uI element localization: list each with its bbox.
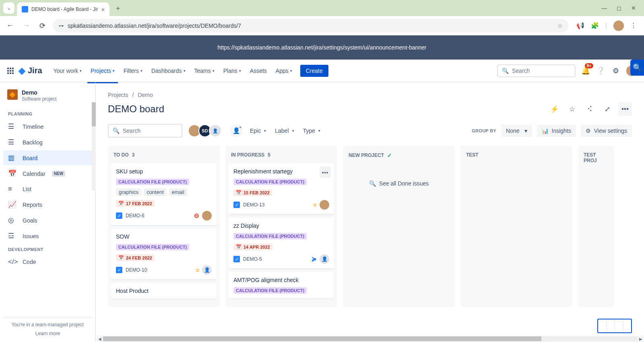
card-more-icon[interactable]: ••• xyxy=(320,167,331,178)
label-tag[interactable]: graphics xyxy=(116,188,141,196)
assignee-avatar[interactable]: 👤 xyxy=(320,254,329,264)
column-header[interactable]: TEST xyxy=(464,150,569,163)
create-button[interactable]: Create xyxy=(300,65,328,77)
scroll-right-icon[interactable]: ▶ xyxy=(638,337,644,341)
column-in-progress[interactable]: IN PROGRESS 5 ••• Replenishment startegy… xyxy=(225,146,337,307)
issue-key[interactable]: DEMO-5 xyxy=(243,256,262,262)
nav-teams[interactable]: Teams▾ xyxy=(191,65,218,76)
app-switcher-icon[interactable] xyxy=(7,68,14,74)
filter-type[interactable]: Type▾ xyxy=(301,125,322,136)
nav-projects[interactable]: Projects▾ xyxy=(87,65,118,76)
close-window-icon[interactable]: ✕ xyxy=(631,5,636,11)
automation-icon[interactable]: ⚡ xyxy=(547,102,561,116)
bookmark-star-icon[interactable]: ☆ xyxy=(557,23,563,29)
url-input[interactable]: ⊶ spkatlassiandemo.atlassian.net/jira/so… xyxy=(53,19,568,33)
column-header[interactable]: NEW PROJECT✓ xyxy=(346,150,452,164)
column-todo[interactable]: TO DO 3 SKU setup CALCULATION FILE (PROD… xyxy=(108,146,220,307)
column-new-project[interactable]: NEW PROJECT✓ 🔍See all Done issues xyxy=(343,146,455,307)
add-people-button[interactable]: 👤 xyxy=(230,124,243,137)
insights-button[interactable]: 📊Insights xyxy=(537,125,576,137)
fullscreen-icon[interactable]: ⤢ xyxy=(601,102,614,116)
board-search-input[interactable]: 🔍Search xyxy=(108,124,182,138)
sidebar-item-calendar[interactable]: 📅CalendarNEW xyxy=(3,166,92,181)
browser-menu-icon[interactable]: ⋮ xyxy=(630,22,637,29)
card-demo-5[interactable]: zz Display CALCULATION FILE (PRODUCT) 📅1… xyxy=(229,218,334,269)
nav-apps[interactable]: Apps▾ xyxy=(272,65,295,76)
column-header[interactable]: IN PROGRESS 5 xyxy=(229,150,334,163)
global-search-input[interactable]: 🔍 Search xyxy=(497,64,576,77)
browser-tab[interactable]: DEMO board - Agile Board - Jir × xyxy=(17,2,109,16)
nav-your-work[interactable]: Your work▾ xyxy=(50,65,85,76)
epic-lozenge[interactable]: CALCULATION FILE (PRODUCT) xyxy=(233,179,307,185)
nav-assets[interactable]: Assets xyxy=(247,65,270,76)
column-test-proj[interactable]: TEST PROJ xyxy=(578,146,614,307)
star-icon[interactable]: ☆ xyxy=(565,102,579,116)
sidebar-item-goals[interactable]: ◎Goals xyxy=(3,213,92,228)
share-icon[interactable]: ⠪ xyxy=(583,102,597,116)
forward-icon[interactable]: → xyxy=(21,21,31,30)
column-header[interactable]: TO DO 3 xyxy=(111,150,217,163)
epic-lozenge[interactable]: CALCULATION FILE (PRODUCT) xyxy=(116,244,189,250)
card-demo-10[interactable]: SOW CALCULATION FILE (PRODUCT) 📅24 FEB 2… xyxy=(111,229,217,280)
scrollbar-thumb[interactable] xyxy=(103,336,541,341)
close-tab-icon[interactable]: × xyxy=(101,6,105,13)
column-header[interactable]: TEST PROJ xyxy=(581,150,611,169)
group-by-select[interactable]: None▾ xyxy=(501,125,532,137)
announce-icon[interactable]: 📢 xyxy=(576,22,584,29)
extensions-icon[interactable]: 🧩 xyxy=(591,22,599,29)
sidebar-item-list[interactable]: ≡List xyxy=(3,182,92,196)
nav-dashboards[interactable]: Dashboards▾ xyxy=(148,65,189,76)
quick-search-button[interactable]: 🔍 xyxy=(630,60,644,76)
sidebar-item-board[interactable]: ▥Board xyxy=(3,150,92,165)
minimize-icon[interactable]: — xyxy=(601,5,607,11)
label-tag[interactable]: email xyxy=(169,188,187,196)
browser-profile-avatar[interactable] xyxy=(613,21,624,31)
view-settings-button[interactable]: ⚙View settings xyxy=(581,125,632,137)
breadcrumb-demo[interactable]: Demo xyxy=(138,92,153,98)
assignee-avatar[interactable]: 👤 xyxy=(202,265,212,275)
scroll-left-icon[interactable]: ◀ xyxy=(97,337,103,341)
more-actions-icon[interactable]: ••• xyxy=(618,102,632,116)
issue-key[interactable]: DEMO-13 xyxy=(243,202,264,208)
epic-lozenge[interactable]: CALCULATION FILE (PRODUCT) xyxy=(233,287,307,294)
back-icon[interactable]: ← xyxy=(5,21,15,30)
nav-plans[interactable]: Plans▾ xyxy=(220,65,244,76)
epic-lozenge[interactable]: CALCULATION FILE (PRODUCT) xyxy=(233,233,307,239)
nav-filters[interactable]: Filters▾ xyxy=(120,65,146,76)
learn-more-link[interactable]: Learn more xyxy=(3,331,92,336)
card-demo-13[interactable]: ••• Replenishment startegy CALCULATION F… xyxy=(229,163,334,214)
sidebar-scrollbar[interactable] xyxy=(92,102,96,191)
assignee-avatar[interactable] xyxy=(202,211,212,220)
issue-key[interactable]: DEMO-6 xyxy=(126,213,144,218)
jira-logo[interactable]: ◆ Jira xyxy=(19,66,42,76)
avatar-unassigned[interactable]: 👤 xyxy=(209,124,222,137)
board-minimap[interactable] xyxy=(597,319,632,333)
card-host-product[interactable]: Host Product xyxy=(111,283,217,299)
label-tag[interactable]: content xyxy=(144,188,167,196)
filter-label[interactable]: Label▾ xyxy=(273,125,295,136)
epic-lozenge[interactable]: CALCULATION FILE (PRODUCT) xyxy=(116,179,189,185)
sidebar-item-reports[interactable]: 📈Reports xyxy=(3,197,92,212)
site-info-icon[interactable]: ⊶ xyxy=(59,23,64,29)
tab-list-dropdown[interactable]: ⌄ xyxy=(3,2,14,14)
column-test[interactable]: TEST xyxy=(460,146,572,307)
horizontal-scrollbar[interactable]: ◀ ▶ xyxy=(97,336,644,342)
issue-key[interactable]: DEMO-10 xyxy=(126,267,147,273)
help-icon[interactable]: ❔ xyxy=(596,66,605,75)
breadcrumb-projects[interactable]: Projects xyxy=(108,92,128,98)
maximize-icon[interactable]: ◻ xyxy=(617,5,621,11)
sidebar-item-code[interactable]: </>Code xyxy=(3,255,92,269)
sidebar-item-issues[interactable]: ☲Issues xyxy=(3,229,92,243)
filter-epic[interactable]: Epic▾ xyxy=(248,125,268,136)
settings-gear-icon[interactable]: ⚙ xyxy=(611,66,621,75)
card-amt-pog[interactable]: AMT/POG aligment check CALCULATION FILE … xyxy=(229,272,334,299)
card-demo-6[interactable]: SKU setup CALCULATION FILE (PRODUCT) gra… xyxy=(111,163,217,225)
notifications-icon[interactable]: 🔔9+ xyxy=(581,66,590,75)
sidebar-item-backlog[interactable]: ☰Backlog xyxy=(3,135,92,150)
reload-icon[interactable]: ⟳ xyxy=(37,21,47,30)
scrollbar-thumb[interactable] xyxy=(92,102,96,126)
new-tab-button[interactable]: + xyxy=(112,2,124,14)
project-header[interactable]: 🔶 Demo Software project xyxy=(3,89,92,108)
assignee-avatar[interactable] xyxy=(320,200,329,210)
see-done-issues-link[interactable]: 🔍See all Done issues xyxy=(346,164,452,187)
